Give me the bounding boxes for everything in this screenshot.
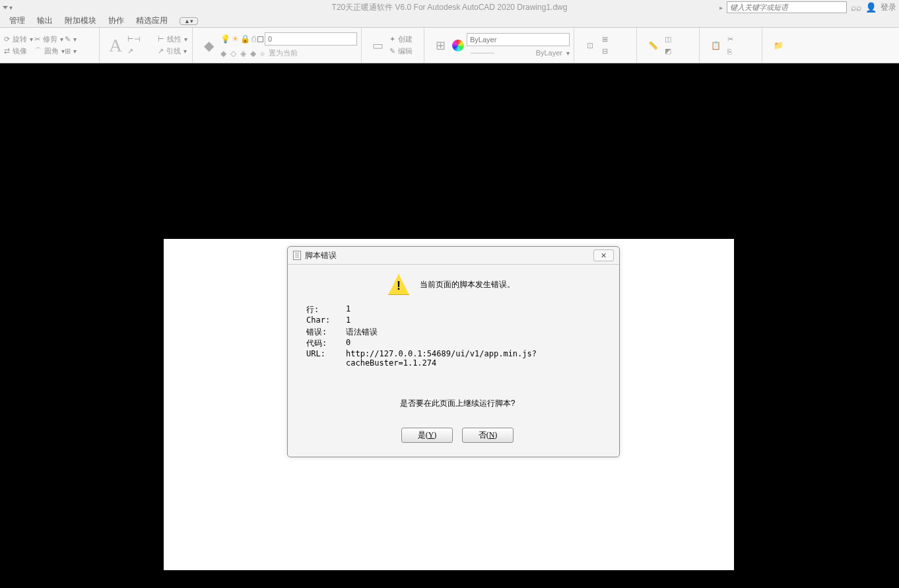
no-button[interactable]: 否(N) bbox=[462, 428, 514, 443]
rotate-button[interactable]: ⟳旋转▾ bbox=[4, 34, 34, 45]
layer-dropdown[interactable] bbox=[265, 32, 357, 46]
menu-collab[interactable]: 协作 bbox=[108, 15, 124, 26]
edit-button[interactable]: ✎编辑 bbox=[389, 46, 420, 57]
menu-addins[interactable]: 附加模块 bbox=[65, 15, 96, 26]
cut-icon[interactable]: ✂ bbox=[727, 35, 733, 44]
dimension-icon: ⊢⊣ bbox=[127, 35, 141, 44]
search-caret-icon: ▸ bbox=[719, 4, 723, 11]
close-button[interactable]: ✕ bbox=[593, 249, 614, 261]
dialog-titlebar: 脚本错误 ✕ bbox=[288, 247, 619, 265]
block-icon: ▭ bbox=[372, 38, 383, 53]
layer-tool-3-icon[interactable]: ◈ bbox=[240, 49, 246, 58]
insert-block-button[interactable]: ▭ bbox=[366, 32, 389, 59]
view-panel: 📁 bbox=[762, 28, 794, 63]
triangle-down-icon bbox=[3, 6, 8, 9]
lightbulb-icon: 💡 bbox=[220, 34, 230, 44]
text-icon: A bbox=[109, 35, 122, 56]
menu-bar: 管理 输出 附加模块 协作 精选应用 ▲▾ bbox=[0, 15, 899, 28]
groups-panel: ⊡ ⊞ ⊟ bbox=[574, 28, 637, 63]
menu-output[interactable]: 输出 bbox=[37, 15, 53, 26]
base-button[interactable]: 📁 bbox=[766, 32, 790, 59]
modify-misc-button[interactable]: ✎▾ bbox=[65, 34, 95, 45]
measure-button[interactable]: 📏 bbox=[641, 32, 665, 59]
create-button[interactable]: ✦创建 bbox=[389, 34, 420, 45]
color-dropdown[interactable] bbox=[467, 33, 570, 46]
annotate-panel: A ⊢⊣ ↗ ⊢线性▾ ↗引线▾ bbox=[100, 28, 193, 63]
error-details: 行:1 Char:1 错误:语法错误 代码:0 URL:http://127.0… bbox=[306, 304, 606, 368]
group-tool-1-icon[interactable]: ⊞ bbox=[602, 35, 608, 44]
sun-icon: ☀ bbox=[232, 34, 239, 44]
layer-tool-2-icon[interactable]: ◇ bbox=[230, 49, 236, 58]
set-current-button[interactable]: 置为当前 bbox=[269, 48, 298, 58]
title-bar: ▾ T20天正暖通软件 V6.0 For Autodesk AutoCAD 20… bbox=[0, 0, 899, 15]
binoculars-icon[interactable]: ⌕⌕ bbox=[851, 2, 861, 13]
ribbon: ⟳旋转▾ ⇄镜像 ✂修剪▾ ⌒圆角▾ ✎▾ ⊞▾ A ⊢⊣ ↗ ⊢线性▾ ↗引线… bbox=[0, 28, 899, 63]
group-button[interactable]: ⊡ bbox=[578, 32, 602, 59]
linetype-dropdown[interactable]: ByLayer bbox=[536, 49, 566, 57]
print-icon: ⎙ bbox=[251, 34, 256, 44]
yes-button[interactable]: 是(Y) bbox=[401, 428, 453, 443]
group-icon: ⊡ bbox=[587, 41, 593, 50]
clipboard-icon: 📋 bbox=[711, 41, 721, 50]
leader-icon-button[interactable]: ↗ bbox=[127, 46, 158, 57]
clipboard-panel: 📋 ✂ ⎘ bbox=[700, 28, 762, 63]
util-2-icon[interactable]: ◩ bbox=[665, 47, 671, 55]
properties-panel: ⊞ ——— ByLayer ▾ bbox=[424, 28, 574, 63]
dialog-title: 脚本错误 bbox=[305, 250, 337, 261]
script-error-dialog: 脚本错误 ✕ 当前页面的脚本发生错误。 行:1 Char:1 错误:语法错误 代… bbox=[287, 246, 620, 457]
chevron-down-icon: ▾ bbox=[9, 4, 13, 11]
util-1-icon[interactable]: ◫ bbox=[665, 35, 671, 44]
dialog-question: 是否要在此页面上继续运行脚本? bbox=[309, 398, 606, 409]
layer-tool-1-icon[interactable]: ◆ bbox=[220, 49, 226, 58]
layers-panel: ◆ 💡 ☀ 🔒 ⎙ ◆ ◇ ◈ ◆ ⟐ 置为当前 bbox=[193, 28, 362, 63]
menu-dropdown-icon[interactable]: ▲▾ bbox=[180, 17, 198, 25]
block-panel: ▭ ✦创建 ✎编辑 bbox=[362, 28, 424, 63]
folder-icon: 📁 bbox=[774, 41, 783, 50]
paste-button[interactable]: 📋 bbox=[704, 32, 727, 59]
dialog-message: 当前页面的脚本发生错误。 bbox=[420, 279, 515, 290]
warning-icon bbox=[388, 274, 409, 295]
search-input[interactable] bbox=[727, 1, 847, 13]
app-title: T20天正暖通软件 V6.0 For Autodesk AutoCAD 2020… bbox=[332, 2, 568, 13]
match-properties-button[interactable]: ⊞ bbox=[428, 32, 452, 59]
leader-button[interactable]: ↗引线▾ bbox=[158, 46, 188, 57]
colorwheel-icon[interactable] bbox=[452, 40, 464, 51]
lock-icon: 🔒 bbox=[240, 34, 250, 44]
mirror-button[interactable]: ⇄镜像 bbox=[4, 46, 34, 57]
copy-icon[interactable]: ⎘ bbox=[727, 48, 732, 55]
measure-icon: 📏 bbox=[648, 41, 658, 50]
quick-access-dropdown[interactable]: ▾ bbox=[3, 4, 13, 11]
modify-icons: ✎▾ ⊞▾ bbox=[65, 34, 95, 57]
layer-properties-button[interactable]: ◆ bbox=[197, 32, 220, 59]
color-swatch-icon bbox=[257, 36, 263, 42]
leader-glyph-icon: ↗ bbox=[127, 47, 133, 55]
utilities-panel: 📏 ◫ ◩ bbox=[637, 28, 700, 63]
trim-button[interactable]: ✂修剪▾ bbox=[34, 34, 65, 45]
layers-icon: ◆ bbox=[204, 38, 214, 53]
array-button[interactable]: ⊞▾ bbox=[65, 46, 95, 57]
modify-panel: ⟳旋转▾ ⇄镜像 ✂修剪▾ ⌒圆角▾ ✎▾ ⊞▾ bbox=[0, 28, 100, 63]
match-icon: ⊞ bbox=[436, 38, 446, 53]
menu-featured[interactable]: 精选应用 bbox=[136, 15, 168, 26]
user-icon[interactable]: 👤 bbox=[865, 2, 877, 13]
fillet-button[interactable]: ⌒圆角▾ bbox=[34, 46, 65, 57]
layer-tool-4-icon[interactable]: ◆ bbox=[250, 49, 256, 58]
layer-match-icon[interactable]: ⟐ bbox=[260, 49, 265, 58]
login-button[interactable]: 登录 bbox=[881, 2, 896, 13]
group-tool-2-icon[interactable]: ⊟ bbox=[602, 47, 608, 55]
menu-manage[interactable]: 管理 bbox=[9, 15, 25, 26]
document-icon bbox=[293, 251, 301, 260]
linetype-button[interactable]: ⊢线性▾ bbox=[158, 34, 188, 45]
text-button[interactable]: A bbox=[104, 32, 127, 59]
dimension-button[interactable]: ⊢⊣ bbox=[127, 34, 158, 45]
